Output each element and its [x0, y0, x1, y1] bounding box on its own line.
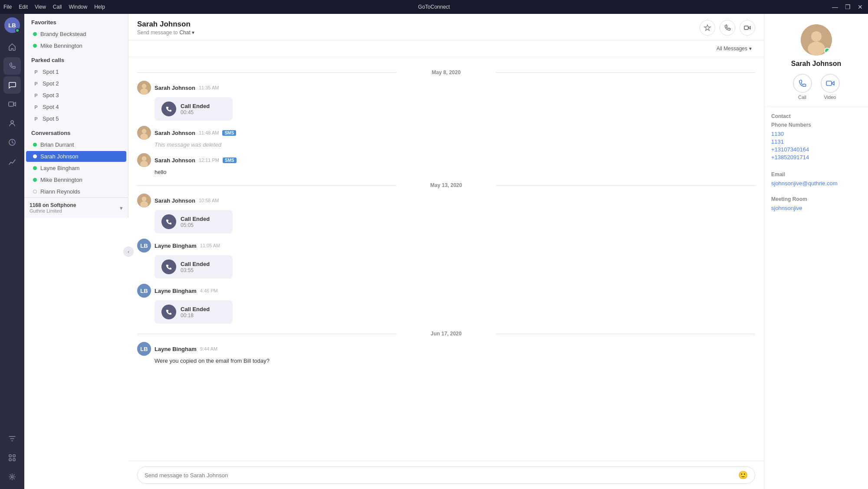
avatar-initials-lb3: LB: [140, 346, 148, 352]
contact-email[interactable]: sjohnsonjive@quthrie.com: [771, 180, 861, 187]
call-ended-icon: [161, 102, 176, 116]
sidebar-item-sarah-johnson[interactable]: Sarah Johnson: [26, 151, 126, 162]
user-avatar[interactable]: LB: [4, 17, 20, 33]
menu-edit[interactable]: Edit: [19, 4, 28, 10]
minimize-button[interactable]: —: [830, 3, 840, 10]
history-nav-button[interactable]: [3, 134, 21, 151]
parked-spot-1[interactable]: P Spot 1: [26, 66, 126, 77]
menu-call[interactable]: Call: [53, 4, 62, 10]
message-time: 11:48 AM: [199, 130, 219, 135]
contact-call-button[interactable]: Call: [793, 74, 812, 100]
panel-collapse-button[interactable]: ‹: [123, 246, 134, 257]
app-title: GoToConnect: [418, 4, 450, 10]
message-group: LB Layne Bingham 11:05 AM Call Ended 03:…: [137, 239, 755, 279]
parked-spot-3[interactable]: P Spot 3: [26, 90, 126, 101]
call-button[interactable]: [720, 20, 735, 36]
sms-badge: SMS: [223, 158, 237, 163]
contact-section: Contact Phone Numbers 1130 1131 +1310734…: [764, 107, 868, 165]
status-dot-riann: [33, 190, 37, 194]
phone-number-1131[interactable]: 1131: [771, 138, 861, 145]
message-header: LB Layne Bingham 4:46 PM: [137, 284, 755, 298]
parked-spot-2[interactable]: P Spot 2: [26, 78, 126, 89]
message-body: Call Ended 05:05: [155, 209, 755, 233]
bottom-company: Guthrie Limited: [30, 208, 76, 213]
menu-help[interactable]: Help: [94, 4, 105, 10]
meeting-room-title: Meeting Room: [771, 196, 861, 202]
menu-bar[interactable]: File Edit View Call Window Help: [3, 4, 105, 10]
parked-spot-5[interactable]: P Spot 5: [26, 113, 126, 124]
spot-label-5: Spot 5: [43, 115, 59, 122]
call-info: Call Ended 05:05: [181, 216, 210, 228]
menu-view[interactable]: View: [35, 4, 46, 10]
sender-name: Layne Bingham: [155, 288, 197, 294]
phone-number-1130[interactable]: 1130: [771, 131, 861, 137]
star-button[interactable]: [700, 20, 715, 36]
deleted-message: This message was deleted: [155, 141, 221, 148]
date-divider-jun17: Jun 17, 2020: [137, 331, 755, 337]
emoji-button[interactable]: 🙂: [738, 470, 748, 480]
menu-file[interactable]: File: [3, 4, 12, 10]
svg-rect-5: [9, 459, 11, 461]
message-group: LB Layne Bingham 9:44 AM Were you copied…: [137, 342, 755, 364]
filters-nav-button[interactable]: [3, 430, 21, 447]
avatar-initials: LB: [8, 22, 16, 29]
contact-video-button[interactable]: Video: [821, 74, 840, 100]
date-divider-may13: May 13, 2020: [137, 182, 755, 188]
sidebar-item-mike-bennington-fav[interactable]: Mike Bennington: [26, 40, 126, 51]
bottom-user-info: 1168 on Softphone Guthrie Limited: [30, 202, 76, 213]
window-controls[interactable]: — ❐ ✕: [830, 3, 865, 10]
status-dot-sarah: [33, 154, 37, 158]
avatar: LB: [137, 284, 151, 298]
contact-name-sarah: Sarah Johnson: [40, 153, 78, 160]
status-dot-brian: [33, 143, 37, 147]
filter-button[interactable]: All Messages ▾: [713, 44, 755, 53]
call-info: Call Ended 00:45: [181, 103, 210, 115]
meeting-room-link[interactable]: sjohnsonjive: [771, 205, 861, 211]
panel-bottom: 1168 on Softphone Guthrie Limited ▾: [24, 197, 128, 218]
home-nav-button[interactable]: [3, 38, 21, 56]
chat-header-left: Sarah Johnson Send message to Chat ▾: [137, 20, 194, 36]
apps-nav-button[interactable]: [3, 449, 21, 466]
meeting-room-section: Meeting Room sjohnsonjive: [764, 190, 868, 215]
menu-window[interactable]: Window: [69, 4, 88, 10]
svg-rect-0: [9, 102, 13, 106]
svg-point-13: [142, 129, 147, 134]
analytics-nav-button[interactable]: [3, 153, 21, 170]
phone-number-intl2[interactable]: +13852091714: [771, 154, 861, 161]
video-button[interactable]: [740, 20, 755, 36]
sidebar-item-brandy-beckstead[interactable]: Brandy Beckstead: [26, 29, 126, 39]
video-nav-button[interactable]: [3, 95, 21, 113]
sidebar-item-brian-durrant[interactable]: Brian Durrant: [26, 139, 126, 150]
sidebar-item-layne-bingham[interactable]: Layne Bingham: [26, 163, 126, 174]
channel-name: Chat: [179, 30, 190, 36]
channel-selector[interactable]: Chat ▾: [179, 30, 194, 36]
bottom-dropdown-chevron[interactable]: ▾: [120, 205, 123, 211]
chat-input-area: 🙂: [128, 461, 764, 489]
status-dot-mike-fav: [33, 44, 37, 48]
spot-label-2: Spot 2: [43, 80, 59, 87]
phone-nav-button[interactable]: [3, 57, 21, 75]
sidebar-item-mike-bennington[interactable]: Mike Bennington: [26, 174, 126, 185]
sms-badge: SMS: [222, 130, 236, 136]
status-dot-layne: [33, 166, 37, 170]
message-body: Call Ended 00:45: [155, 96, 755, 121]
call-duration: 00:18: [181, 312, 210, 318]
message-input[interactable]: [145, 472, 735, 479]
chat-nav-button[interactable]: [3, 76, 21, 94]
contact-full-name: Sarah Johnson: [791, 60, 842, 68]
contact-name-riann: Riann Reynolds: [40, 188, 80, 195]
contacts-nav-button[interactable]: [3, 115, 21, 132]
close-button[interactable]: ✕: [856, 3, 865, 10]
settings-nav-button[interactable]: [3, 468, 21, 486]
sender-name: Sarah Johnson: [155, 85, 195, 91]
sender-name: Layne Bingham: [155, 346, 197, 352]
parked-spot-4[interactable]: P Spot 4: [26, 102, 126, 112]
sidebar-item-riann-reynolds[interactable]: Riann Reynolds: [26, 186, 126, 197]
message-time: 11:35 AM: [199, 85, 219, 90]
call-ended-bubble: Call Ended 05:05: [155, 210, 233, 233]
message-group: Sarah Johnson 11:35 AM Call Ended 00:45: [137, 81, 755, 121]
phone-number-intl1[interactable]: +13107340164: [771, 146, 861, 153]
maximize-button[interactable]: ❐: [843, 3, 852, 10]
message-group: LB Layne Bingham 4:46 PM Call Ended 00:1…: [137, 284, 755, 324]
contact-online-dot: [824, 48, 830, 54]
